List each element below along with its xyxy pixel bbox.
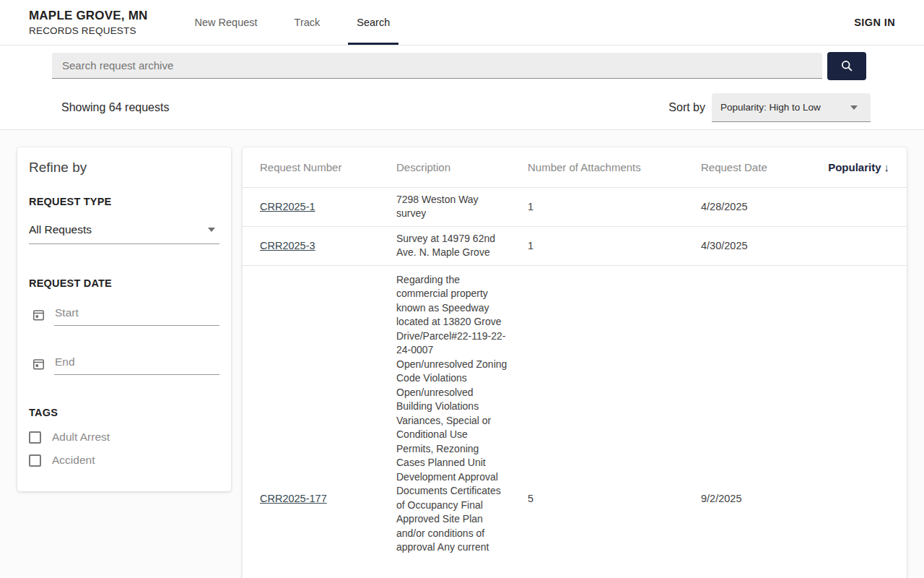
request-date-cell: 4/28/2025 [701, 187, 821, 226]
tag-option-adult-arrest[interactable]: Adult Arrest [29, 431, 219, 444]
request-number-link[interactable]: CRR2025-3 [260, 240, 315, 251]
request-number-cell: CRR2025-3 [243, 226, 396, 265]
main-content: Refine by REQUEST TYPE All Requests REQU… [0, 130, 924, 578]
table-row: CRR2025-1 7298 Weston Way survey 1 4/28/… [243, 187, 907, 226]
refine-title: Refine by [29, 158, 219, 176]
attachments-cell: 5 [528, 265, 701, 578]
column-header-attachments[interactable]: Number of Attachments [528, 147, 701, 187]
tag-option-label: Accident [52, 454, 95, 467]
start-date-input[interactable] [54, 306, 219, 326]
sort-by-label: Sort by [668, 101, 705, 114]
table-row: CRR2025-177 Regarding the commercial pro… [243, 265, 907, 578]
portal-subtitle: RECORDS REQUESTS [29, 25, 148, 36]
attachments-cell: 1 [528, 226, 701, 265]
column-header-popularity[interactable]: Popularity↓ [821, 147, 907, 187]
request-type-label: REQUEST TYPE [29, 196, 219, 207]
request-number-cell: CRR2025-1 [243, 187, 396, 226]
table-body: CRR2025-1 7298 Weston Way survey 1 4/28/… [243, 187, 907, 578]
site-logo[interactable]: MAPLE GROVE, MN RECORDS REQUESTS [29, 9, 148, 36]
popularity-header-label: Popularity [828, 161, 881, 173]
attachments-cell: 1 [528, 187, 701, 226]
popularity-cell [821, 187, 907, 226]
tag-option-label: Adult Arrest [52, 431, 110, 444]
chevron-down-icon [208, 228, 215, 232]
search-input[interactable] [52, 53, 822, 79]
request-date-cell: 9/2/2025 [701, 265, 821, 578]
sort-descending-icon: ↓ [884, 161, 890, 173]
results-table-card: Request Number Description Number of Att… [243, 147, 907, 578]
table-row: CRR2025-3 Survey at 14979 62nd Ave. N. M… [243, 226, 907, 265]
description-cell: Regarding the commercial property known … [396, 265, 528, 578]
end-date-row [29, 355, 219, 375]
request-number-link[interactable]: CRR2025-1 [260, 201, 315, 212]
nav-new-request[interactable]: New Request [186, 0, 266, 45]
results-count: Showing 64 requests [61, 101, 169, 114]
nav-search[interactable]: Search [348, 0, 398, 45]
request-number-link[interactable]: CRR2025-177 [260, 493, 327, 504]
nav-track[interactable]: Track [286, 0, 329, 45]
request-number-cell: CRR2025-177 [243, 265, 396, 578]
description-cell: 7298 Weston Way survey [396, 187, 528, 226]
tags-label: TAGS [29, 407, 219, 418]
results-table: Request Number Description Number of Att… [243, 147, 907, 578]
request-type-value: All Requests [29, 223, 92, 236]
column-header-request-number[interactable]: Request Number [243, 147, 396, 187]
calendar-icon [32, 308, 45, 322]
main-nav: New Request Track Search [177, 0, 409, 45]
column-header-description[interactable]: Description [396, 147, 528, 187]
popularity-cell [821, 265, 907, 578]
request-date-cell: 4/30/2025 [701, 226, 821, 265]
refine-sidebar: Refine by REQUEST TYPE All Requests REQU… [17, 147, 231, 491]
column-header-request-date[interactable]: Request Date [701, 147, 821, 187]
search-icon [840, 59, 854, 73]
chevron-down-icon [850, 105, 858, 110]
description-cell: Survey at 14979 62nd Ave. N. Maple Grove [396, 226, 528, 265]
popularity-cell [821, 226, 907, 265]
sign-in-button[interactable]: SIGN IN [854, 17, 895, 28]
sort-dropdown-value: Popularity: High to Low [712, 99, 850, 116]
table-header-row: Request Number Description Number of Att… [243, 147, 907, 187]
search-section [0, 46, 924, 86]
start-date-row [29, 306, 219, 326]
city-name: MAPLE GROVE, MN [29, 9, 148, 23]
search-button[interactable] [827, 52, 866, 80]
results-bar: Showing 64 requests Sort by Popularity: … [0, 86, 924, 130]
request-date-label: REQUEST DATE [29, 277, 219, 289]
calendar-icon [32, 357, 45, 371]
checkbox-accident[interactable] [29, 454, 41, 467]
app-header: MAPLE GROVE, MN RECORDS REQUESTS New Req… [0, 0, 924, 46]
checkbox-adult-arrest[interactable] [29, 431, 41, 444]
request-type-select[interactable]: All Requests [29, 222, 219, 244]
end-date-input[interactable] [54, 355, 219, 375]
tag-option-accident[interactable]: Accident [29, 454, 219, 467]
sort-dropdown[interactable]: Popularity: High to Low [712, 93, 871, 122]
